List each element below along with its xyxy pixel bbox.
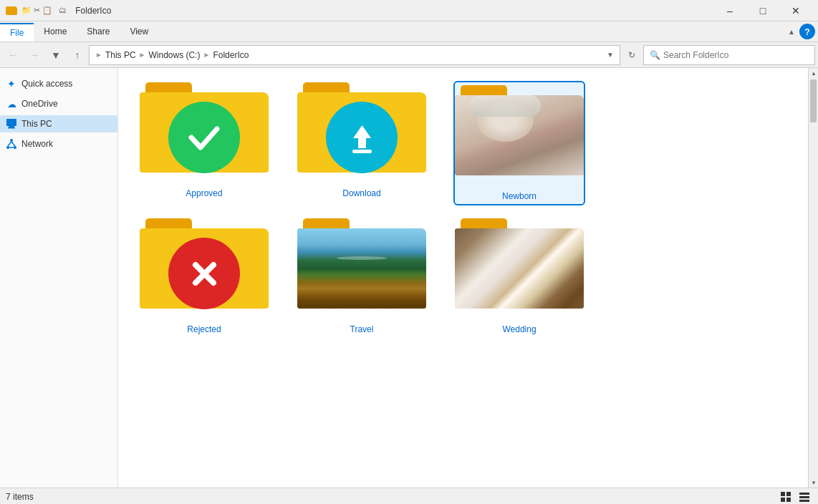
status-item-count: 7 items — [6, 492, 34, 502]
scroll-track — [809, 78, 818, 478]
ribbon: File Home Share View ▲ ? — [0, 21, 818, 42]
tab-share[interactable]: Share — [77, 21, 120, 42]
svg-rect-1 — [9, 126, 14, 127]
scroll-thumb[interactable] — [810, 79, 817, 122]
scroll-up-button[interactable]: ▲ — [809, 68, 818, 78]
close-button[interactable]: ✕ — [779, 0, 812, 21]
title-bar-title: FolderIco — [75, 6, 111, 16]
rejected-x-icon — [168, 238, 240, 309]
grid-view-button[interactable] — [778, 489, 794, 505]
ribbon-collapse[interactable]: ▲ — [788, 28, 795, 36]
folder-shape-newborn — [455, 85, 584, 185]
cloud-icon: ☁ — [6, 98, 17, 110]
svg-rect-2 — [8, 127, 15, 129]
search-input[interactable] — [663, 50, 809, 60]
sidebar-item-network[interactable]: Network — [0, 135, 117, 152]
svg-rect-19 — [799, 500, 809, 502]
approved-check-icon — [168, 102, 240, 173]
content-area: Approved — [118, 68, 808, 488]
sidebar-label-this-pc: This PC — [21, 119, 52, 129]
star-icon: ✦ — [6, 78, 17, 89]
folder-name-wedding: Wedding — [502, 324, 536, 334]
svg-point-3 — [10, 139, 13, 142]
sidebar: ✦ Quick access ☁ OneDrive This PC — [0, 68, 118, 488]
search-box[interactable]: 🔍 — [643, 45, 815, 65]
download-icon — [326, 102, 398, 173]
network-icon — [6, 138, 17, 150]
refresh-button[interactable]: ↻ — [622, 45, 642, 65]
main-layout: ✦ Quick access ☁ OneDrive This PC — [0, 68, 818, 488]
photo-newborn — [455, 95, 584, 175]
folder-shape-download — [297, 82, 426, 183]
app-icon — [6, 6, 17, 15]
svg-marker-9 — [353, 125, 371, 148]
folder-shape-approved — [140, 82, 269, 183]
sidebar-label-onedrive: OneDrive — [21, 99, 58, 109]
folder-name-rejected: Rejected — [187, 324, 221, 334]
status-right — [778, 489, 812, 505]
sidebar-label-quick-access: Quick access — [21, 79, 72, 89]
dropdown-button[interactable]: ▼ — [46, 45, 66, 65]
up-button[interactable]: ↑ — [67, 45, 87, 65]
tab-home[interactable]: Home — [34, 21, 77, 42]
svg-rect-17 — [799, 493, 809, 495]
folder-wedding[interactable]: Wedding — [455, 218, 584, 334]
folder-wrapper-travel — [297, 218, 426, 319]
svg-rect-0 — [6, 119, 16, 126]
folder-grid-row1: Approved — [140, 82, 786, 204]
sidebar-section-network: Network — [0, 134, 117, 154]
folder-name-travel: Travel — [350, 324, 374, 334]
folder-name-download: Download — [342, 188, 380, 198]
folder-rejected[interactable]: Rejected — [140, 218, 269, 334]
svg-line-7 — [11, 142, 15, 146]
svg-rect-15 — [781, 498, 785, 502]
minimize-button[interactable]: – — [713, 0, 746, 21]
back-button[interactable]: ← — [3, 45, 23, 65]
svg-rect-18 — [799, 496, 809, 498]
folder-travel[interactable]: Travel — [297, 218, 426, 334]
computer-icon — [6, 118, 17, 130]
folder-approved[interactable]: Approved — [140, 82, 269, 204]
address-bar-row: ← → ▼ ↑ ► This PC ► Windows (C:) ► Folde… — [0, 42, 818, 68]
tab-view[interactable]: View — [120, 21, 158, 42]
folder-wrapper-download — [297, 82, 426, 183]
tab-file[interactable]: File — [0, 23, 34, 42]
title-bar: 📁 ✂ 📋 🗂 FolderIco – □ ✕ — [0, 0, 818, 21]
svg-rect-14 — [786, 492, 791, 496]
scrollbar[interactable]: ▲ ▼ — [808, 68, 818, 488]
folder-shape-rejected — [140, 218, 269, 319]
forward-button[interactable]: → — [24, 45, 44, 65]
folder-shape-wedding — [455, 218, 584, 319]
folder-newborn[interactable]: Newborn — [455, 82, 584, 204]
window-controls: – □ ✕ — [713, 0, 812, 21]
folder-shape-travel — [297, 218, 426, 319]
sidebar-item-quick-access[interactable]: ✦ Quick access — [0, 75, 117, 92]
sidebar-section-onedrive: ☁ OneDrive — [0, 94, 117, 114]
svg-line-6 — [8, 142, 11, 146]
ribbon-tabs: File Home Share View ▲ ? — [0, 21, 818, 42]
sidebar-item-onedrive[interactable]: ☁ OneDrive — [0, 95, 117, 112]
address-box[interactable]: ► This PC ► Windows (C:) ► FolderIco ▼ — [89, 45, 620, 65]
title-bar-left: 📁 ✂ 📋 🗂 FolderIco — [6, 6, 111, 16]
photo-wedding — [455, 228, 584, 309]
address-dropdown-icon: ▼ — [607, 51, 614, 59]
list-view-button[interactable] — [797, 489, 812, 505]
folder-download[interactable]: Download — [297, 82, 426, 204]
folder-grid-row2: Rejected — [140, 218, 786, 334]
breadcrumb-sep2: ► — [203, 51, 211, 59]
status-bar: 7 items — [0, 488, 818, 504]
help-button[interactable]: ? — [799, 24, 815, 39]
sidebar-section-quickaccess: ✦ Quick access — [0, 74, 117, 94]
sidebar-item-this-pc[interactable]: This PC — [0, 115, 117, 132]
photo-travel — [297, 228, 426, 309]
breadcrumb-windows: Windows (C:) — [149, 50, 201, 60]
maximize-button[interactable]: □ — [746, 0, 779, 21]
svg-rect-16 — [786, 498, 791, 502]
folder-name-newborn: Newborn — [502, 191, 536, 201]
sidebar-section-thispc: This PC — [0, 114, 117, 134]
scroll-down-button[interactable]: ▼ — [809, 478, 818, 488]
folder-wrapper-wedding — [455, 218, 584, 319]
folder-wrapper-rejected — [140, 218, 269, 319]
breadcrumb-sep1: ► — [139, 51, 146, 59]
sidebar-label-network: Network — [21, 139, 53, 149]
